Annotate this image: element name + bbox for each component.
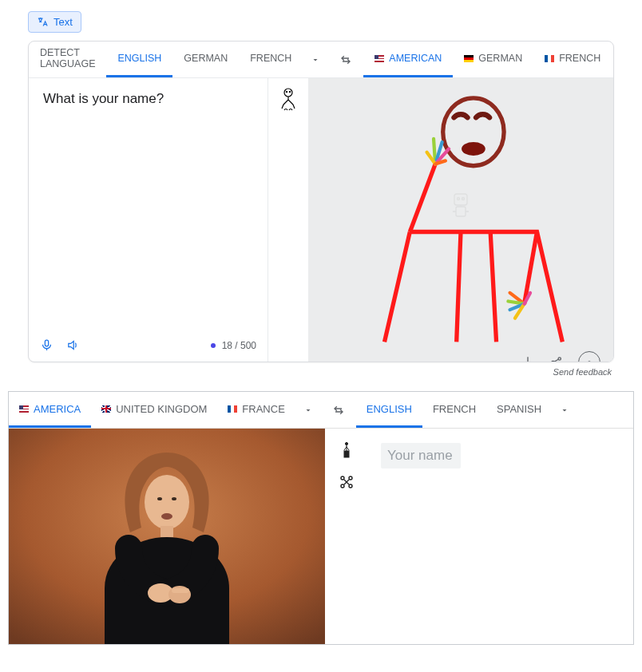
svg-rect-19 <box>160 526 173 537</box>
microphone-icon[interactable] <box>40 338 54 352</box>
swap-languages-2-icon[interactable] <box>321 404 356 417</box>
svg-point-16 <box>157 497 162 500</box>
tab2-spanish[interactable]: SPANISH <box>486 392 552 428</box>
svg-point-10 <box>552 361 554 362</box>
svg-point-13 <box>588 361 591 362</box>
svg-point-26 <box>349 476 352 480</box>
sign-avatar-canvas <box>308 78 613 343</box>
tab2-french[interactable]: FRENCH <box>422 392 486 428</box>
svg-point-9 <box>462 142 485 156</box>
fullscreen-icon[interactable] <box>578 351 600 362</box>
tab2-uk[interactable]: UNITED KINGDOM <box>91 392 217 428</box>
flag-de-icon <box>464 55 474 62</box>
tab2-english[interactable]: ENGLISH <box>356 392 422 428</box>
tab-german[interactable]: GERMAN <box>172 42 239 77</box>
svg-point-18 <box>161 513 172 520</box>
swap-languages-icon[interactable] <box>328 53 363 66</box>
char-count: 18 / 500 <box>222 340 256 351</box>
share-icon[interactable] <box>549 355 564 362</box>
stick-figure-icon[interactable] <box>278 88 299 120</box>
speaker-icon[interactable] <box>66 338 80 352</box>
tab-detect-language[interactable]: DETECT LANGUAGE <box>29 42 106 77</box>
language-bar: DETECT LANGUAGE ENGLISH GERMAN FRENCH AM… <box>29 42 613 78</box>
svg-point-27 <box>341 484 344 488</box>
download-icon[interactable] <box>521 355 535 362</box>
svg-point-2 <box>286 91 287 92</box>
source-text-input[interactable]: What is your name? <box>29 78 268 332</box>
text-output-column: Your name <box>368 429 633 644</box>
sign-figure <box>308 78 613 343</box>
skeleton-pose-icon[interactable] <box>338 473 355 491</box>
flag-uk-icon <box>101 405 111 413</box>
status-dot-icon <box>211 343 216 348</box>
sign-output-column <box>308 78 613 362</box>
svg-point-23 <box>345 442 347 445</box>
tab2-america[interactable]: AMERICA <box>9 392 91 428</box>
flag-fr-icon <box>545 55 554 62</box>
tab2-france[interactable]: FRANCE <box>217 392 295 428</box>
sign-to-text-panel: AMERICA UNITED KINGDOM FRANCE ENGLISH FR… <box>8 391 634 645</box>
tab-french[interactable]: FRENCH <box>239 42 303 77</box>
svg-point-1 <box>284 89 292 97</box>
mode-text-chip[interactable]: Text <box>28 11 81 33</box>
flag-fr-icon <box>228 405 237 413</box>
person-pose-icon[interactable] <box>339 441 355 462</box>
tab-english[interactable]: ENGLISH <box>106 42 172 77</box>
card-body: What is your name? <box>29 78 613 362</box>
language-bar-2: AMERICA UNITED KINGDOM FRANCE ENGLISH FR… <box>9 392 633 429</box>
tab-target-french[interactable]: FRENCH <box>533 42 612 77</box>
svg-rect-0 <box>45 340 48 346</box>
center-controls-2 <box>325 429 368 644</box>
tab-american[interactable]: AMERICAN <box>363 42 453 77</box>
svg-rect-24 <box>344 451 349 457</box>
text-input-column: What is your name? <box>29 78 268 362</box>
sign-video-input[interactable] <box>9 429 325 644</box>
source2-more-icon[interactable] <box>295 405 321 415</box>
svg-point-11 <box>558 358 561 360</box>
svg-point-17 <box>172 497 176 500</box>
svg-point-15 <box>145 475 189 529</box>
flag-us-icon <box>19 405 29 413</box>
translate-icon <box>37 16 49 28</box>
mode-text-label: Text <box>54 16 73 28</box>
translate-card: DETECT LANGUAGE ENGLISH GERMAN FRENCH AM… <box>28 41 614 362</box>
target2-more-icon[interactable] <box>552 405 577 415</box>
svg-point-28 <box>349 484 352 488</box>
svg-rect-22 <box>172 588 189 593</box>
send-feedback-link[interactable]: Send feedback <box>8 367 612 377</box>
flag-us-icon <box>374 55 384 62</box>
svg-point-3 <box>289 91 290 92</box>
output-text: Your name <box>381 443 461 468</box>
svg-point-25 <box>341 476 344 480</box>
target-more-icon[interactable] <box>612 55 614 65</box>
tab-target-german[interactable]: GERMAN <box>453 42 533 77</box>
text-to-sign-panel: Text DETECT LANGUAGE ENGLISH GERMAN FREN… <box>0 0 642 377</box>
avatar-controls-column <box>268 78 308 362</box>
source-more-icon[interactable] <box>303 55 328 65</box>
